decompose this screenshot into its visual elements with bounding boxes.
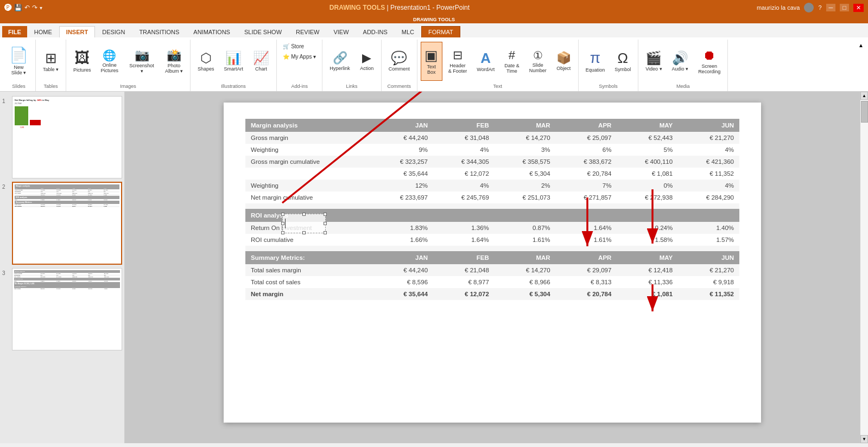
scroll-down-button[interactable]: ▼ xyxy=(860,435,868,443)
chart-button[interactable]: 📈 Chart xyxy=(249,42,273,81)
slide-thumbnail-1[interactable]: 1 Net Margin falling by -94% in May 20,7… xyxy=(2,96,122,178)
action-button[interactable]: ▶ Action xyxy=(356,42,378,81)
slide-image-2: Margin analysis JANFEBMARAPRMAYJUN Gross… xyxy=(12,182,122,264)
slide-image-1: Net Margin falling by -94% in May 20,784… xyxy=(12,96,122,178)
slide-image-3: Margin analysis Gross margin44,24031,048… xyxy=(12,268,122,350)
table-icon: ⊞ xyxy=(45,51,57,65)
hyperlink-button[interactable]: 🔗 Hyperlink xyxy=(326,42,354,81)
text-box-button[interactable]: ▣ TextBox xyxy=(421,42,442,81)
customize-qat-icon[interactable]: ▾ xyxy=(40,5,42,11)
new-slide-button[interactable]: 📄 NewSlide ▾ xyxy=(5,42,32,81)
slide-thumbnail-2[interactable]: 2 Margin analysis JANFEBMARAPRMAYJUN Gro… xyxy=(2,182,122,264)
avatar xyxy=(804,3,814,12)
resize-handle-bl[interactable] xyxy=(281,231,284,234)
weighting-label-1: Weighting xyxy=(245,144,372,156)
my-apps-button[interactable]: ⭐ My Apps ▾ xyxy=(280,52,319,61)
tab-format[interactable]: FORMAT xyxy=(421,26,460,37)
screen-recording-icon: ⏺ xyxy=(703,49,716,62)
online-pictures-button[interactable]: 🌐 OnlinePictures xyxy=(97,42,123,81)
comment-button[interactable]: 💬 Comment xyxy=(385,42,414,81)
chart-icon: 📈 xyxy=(253,52,269,65)
redo-icon[interactable]: ↷ xyxy=(32,4,37,11)
header-footer-button[interactable]: ⊟ Header& Footer xyxy=(445,42,471,81)
slide-number-button[interactable]: ① SlideNumber xyxy=(525,42,550,81)
photo-album-icon: 📸 xyxy=(167,49,181,61)
summary-metrics-header-row: Summary Metrics: JAN FEB MAR APR MAY JUN xyxy=(245,251,739,264)
slide-canvas: Margin analysis JAN FEB MAR APR MAY JUN … xyxy=(224,103,761,423)
pictures-button[interactable]: 🖼 Pictures xyxy=(69,42,95,81)
symbol-button[interactable]: Ω Symbol xyxy=(611,42,635,81)
nmc-may: € 272,938 xyxy=(617,191,678,203)
tab-slideshow[interactable]: SLIDE SHOW xyxy=(237,26,289,37)
restore-button[interactable]: ─ xyxy=(826,4,836,11)
audio-button[interactable]: 🔊 Audio ▾ xyxy=(668,42,693,81)
tab-review[interactable]: REVIEW xyxy=(289,26,326,37)
ribbon-group-images: 🖼 Pictures 🌐 OnlinePictures 📷 Screenshot… xyxy=(66,40,191,91)
tab-view[interactable]: VIEW xyxy=(326,26,356,37)
scroll-up-button[interactable]: ▲ xyxy=(860,92,868,100)
tsm-mar: € 14,270 xyxy=(495,264,556,276)
gmc-jun: € 421,360 xyxy=(678,156,739,168)
save-icon[interactable]: 💾 xyxy=(14,4,22,11)
shapes-button[interactable]: ⬡ Shapes xyxy=(194,42,218,81)
smartart-button[interactable]: 📊 SmartArt xyxy=(220,42,248,81)
close-button[interactable]: ✕ xyxy=(853,4,864,12)
gmc-mar: € 358,575 xyxy=(495,156,556,168)
slides-group-label: Slides xyxy=(5,82,32,89)
video-button[interactable]: 🎬 Video ▾ xyxy=(642,42,666,81)
resize-handle-tl[interactable] xyxy=(281,213,284,216)
photo-album-button[interactable]: 📸 PhotoAlbum ▾ xyxy=(161,42,187,81)
maximize-button[interactable]: □ xyxy=(840,4,849,11)
audio-icon: 🔊 xyxy=(672,52,688,65)
video-icon: 🎬 xyxy=(645,52,662,65)
gross-margin-jun: € 21,270 xyxy=(678,132,739,144)
undo-icon[interactable]: ↶ xyxy=(24,4,30,11)
wordart-icon: A xyxy=(480,51,491,65)
canvas-area[interactable]: Margin analysis JAN FEB MAR APR MAY JUN … xyxy=(125,92,860,443)
shapes-icon: ⬡ xyxy=(200,52,212,65)
links-group-label: Links xyxy=(326,82,378,89)
help-button[interactable]: ? xyxy=(818,4,821,11)
resize-handle-ml[interactable] xyxy=(281,222,284,225)
ribbon-group-text: ▣ TextBox ⊟ Header& Footer A WordArt # D… xyxy=(417,40,579,91)
main-data-table: Margin analysis JAN FEB MAR APR MAY JUN … xyxy=(245,119,739,300)
col-jan-1: JAN xyxy=(372,119,433,132)
summary-metrics-label: Summary Metrics: xyxy=(245,251,372,264)
scroll-thumb[interactable] xyxy=(861,101,868,123)
slide-thumbnail-3[interactable]: 3 Margin analysis Gross margin44,24031,0… xyxy=(2,268,122,350)
nm-jun: € 11,352 xyxy=(678,168,739,180)
resize-handle-bm[interactable] xyxy=(302,231,306,234)
table-button[interactable]: ⊞ Table ▾ xyxy=(39,42,62,81)
collapse-ribbon-button[interactable]: ▲ xyxy=(856,40,866,91)
tab-home[interactable]: HOME xyxy=(27,26,59,37)
text-box-overlay[interactable] xyxy=(282,214,326,233)
gross-margin-may: € 52,443 xyxy=(617,132,678,144)
store-button[interactable]: 🛒 Store xyxy=(280,42,307,51)
addins-group-label: Add-ins xyxy=(280,82,319,89)
summary-jun: JUN xyxy=(678,251,739,264)
resize-handle-mr[interactable] xyxy=(324,222,327,225)
date-time-button[interactable]: # Date &Time xyxy=(500,42,523,81)
tab-addins[interactable]: ADD-INS xyxy=(356,26,395,37)
tab-design[interactable]: DESIGN xyxy=(95,26,132,37)
tab-mlc[interactable]: MLC xyxy=(395,26,421,37)
tab-file[interactable]: FILE xyxy=(2,26,27,37)
resize-handle-tr[interactable] xyxy=(324,213,327,216)
weighting-apr-1: 6% xyxy=(556,144,617,156)
tab-transitions[interactable]: TRANSITIONS xyxy=(132,26,186,37)
tab-insert[interactable]: INSERT xyxy=(59,26,95,37)
net-margin-cumulative-label: Net margin cumulative xyxy=(245,191,372,203)
wordart-button[interactable]: A WordArt xyxy=(473,42,498,81)
screen-recording-button[interactable]: ⏺ ScreenRecording xyxy=(694,42,724,81)
gmc-feb: € 344,305 xyxy=(433,156,495,168)
screenshot-button[interactable]: 📷 Screenshot ▾ xyxy=(124,42,159,81)
object-button[interactable]: 📦 Object xyxy=(553,42,575,81)
summary-jan: JAN xyxy=(372,251,433,264)
equation-button[interactable]: π Equation xyxy=(582,42,609,81)
gross-margin-jan: € 44,240 xyxy=(372,132,433,144)
nm-apr: € 20,784 xyxy=(556,168,617,180)
resize-handle-tm[interactable] xyxy=(302,213,306,216)
resize-handle-br[interactable] xyxy=(324,231,327,234)
scroll-track[interactable] xyxy=(860,100,868,435)
tab-animations[interactable]: ANIMATIONS xyxy=(186,26,237,37)
